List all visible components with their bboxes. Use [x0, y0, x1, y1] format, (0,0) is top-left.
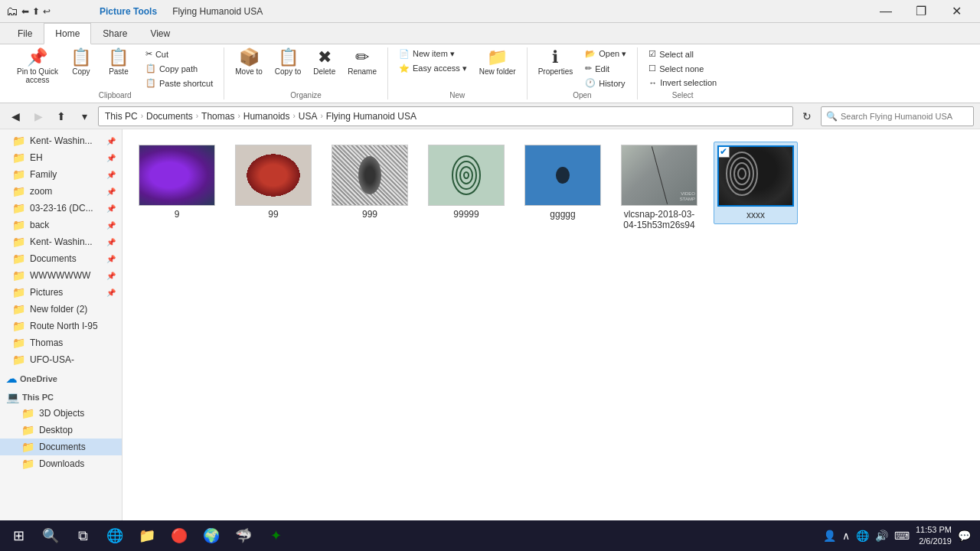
- sidebar-section-label: This PC: [22, 393, 54, 402]
- recent-button[interactable]: ▾: [75, 107, 93, 126]
- sidebar-item-pictures[interactable]: 📁 Pictures 📌: [0, 284, 122, 301]
- ie-button[interactable]: 🌍: [196, 522, 227, 549]
- search-input[interactable]: [841, 112, 969, 121]
- sidebar-item-documents-pin[interactable]: 📁 Documents 📌: [0, 250, 122, 267]
- properties-button[interactable]: ℹ Properties: [534, 47, 578, 77]
- sidebar-item-route[interactable]: 📁 Route North I-95: [0, 318, 122, 334]
- close-button[interactable]: ✕: [939, 0, 974, 23]
- file-thumb-ggggg: [524, 145, 601, 206]
- quick-access-refresh[interactable]: ↩: [43, 6, 51, 17]
- chrome-button[interactable]: 🔴: [164, 522, 194, 549]
- sidebar-onedrive[interactable]: ☁ OneDrive: [0, 368, 122, 386]
- sidebar-item-new-folder-2[interactable]: 📁 New folder (2): [0, 301, 122, 318]
- easy-access-button[interactable]: ⭐ Easy access ▾: [394, 62, 472, 75]
- wireshark-button[interactable]: 🦈: [228, 522, 259, 549]
- file-item-99999[interactable]: 99999: [424, 142, 508, 223]
- people-icon[interactable]: 👤: [823, 530, 836, 542]
- sidebar-item-kent2[interactable]: 📁 Kent- Washin... 📌: [0, 233, 122, 250]
- copy-to-button[interactable]: 📋 Copy to: [270, 47, 305, 77]
- thumb-visual-vlcsnap: VIDEOSTAMP: [622, 145, 697, 205]
- paste-button[interactable]: 📋 Paste: [100, 47, 138, 77]
- tab-share[interactable]: Share: [91, 23, 139, 44]
- notification-icon[interactable]: 💬: [958, 530, 971, 542]
- tab-home[interactable]: Home: [44, 23, 91, 44]
- app5-button[interactable]: ✦: [260, 522, 291, 549]
- rename-button[interactable]: ✏ Rename: [343, 47, 381, 77]
- new-item-button[interactable]: 📄 New item ▾: [394, 47, 472, 60]
- sidebar-item-www[interactable]: 📁 WWWWWWW 📌: [0, 267, 122, 284]
- restore-button[interactable]: ❐: [903, 0, 939, 23]
- sidebar-item-desktop[interactable]: 📁 Desktop: [0, 422, 122, 439]
- file-item-xxxx[interactable]: ✔ xxxx: [714, 142, 798, 224]
- cut-button[interactable]: ✂ Cut: [141, 47, 217, 60]
- explorer-button active[interactable]: 📁: [132, 522, 162, 549]
- svg-point-3: [464, 172, 469, 178]
- sidebar-item-zoom[interactable]: 📁 zoom 📌: [0, 183, 122, 200]
- file-item-9[interactable]: 9: [135, 142, 219, 223]
- volume-icon[interactable]: 🔊: [875, 530, 888, 542]
- delete-button[interactable]: ✖ Delete: [309, 47, 340, 77]
- forward-button[interactable]: ▶: [29, 107, 47, 126]
- select-none-button[interactable]: ☐ Select none: [644, 62, 721, 75]
- thumb-visual-999: [332, 145, 407, 205]
- open-icon: 📂: [585, 49, 596, 59]
- breadcrumb-documents[interactable]: Documents: [146, 111, 193, 122]
- select-all-button[interactable]: ☑ Select all: [644, 47, 721, 60]
- new-folder-label: New folder: [479, 67, 516, 76]
- copy-button[interactable]: 📋 Copy: [66, 47, 96, 77]
- sidebar-item-eh[interactable]: 📁 EH 📌: [0, 149, 122, 166]
- edit-button[interactable]: ✏ Edit: [580, 62, 631, 75]
- searchbar[interactable]: 🔍: [821, 106, 974, 126]
- edge-button[interactable]: 🌐: [100, 522, 130, 549]
- network-icon[interactable]: 🌐: [856, 530, 869, 542]
- file-item-99[interactable]: 99: [231, 142, 315, 223]
- pin-to-quick-button[interactable]: 📌 Pin to Quickaccess: [12, 47, 63, 86]
- tab-file[interactable]: File: [6, 23, 44, 44]
- minimize-button[interactable]: —: [868, 0, 903, 23]
- sidebar-item-ufo[interactable]: 📁 UFO-USA-: [0, 351, 122, 368]
- keyboard-icon[interactable]: ⌨: [894, 530, 910, 542]
- new-item-label: New item ▾: [413, 49, 455, 59]
- file-item-ggggg[interactable]: ggggg: [521, 142, 605, 223]
- breadcrumb-thispc[interactable]: This PC: [105, 111, 138, 122]
- file-thumb-9: [139, 145, 215, 206]
- task-view-button[interactable]: ⧉: [67, 522, 98, 549]
- invert-label: Invert selection: [660, 78, 717, 87]
- sidebar-item-thomas[interactable]: 📁 Thomas: [0, 334, 122, 351]
- new-folder-button[interactable]: 📁 New folder: [475, 47, 521, 77]
- start-button[interactable]: ⊞: [3, 522, 34, 549]
- breadcrumb-thomas[interactable]: Thomas: [201, 111, 234, 122]
- clock[interactable]: 11:53 PM 2/6/2019: [916, 524, 952, 548]
- move-to-button[interactable]: 📦 Move to: [230, 47, 267, 77]
- window-icon: 🗂: [6, 5, 18, 18]
- quick-access-forward[interactable]: ⬆: [32, 6, 40, 17]
- sidebar-item-3d-objects[interactable]: 📁 3D Objects: [0, 405, 122, 422]
- tab-view[interactable]: View: [139, 23, 181, 44]
- file-item-vlcsnap[interactable]: VIDEOSTAMP vlcsnap-2018-03-04-15h53m26s9…: [617, 142, 701, 233]
- paste-shortcut-button[interactable]: 📋 Paste shortcut: [141, 77, 217, 90]
- sidebar-item-kent1[interactable]: 📁 Kent- Washin... 📌: [0, 132, 122, 149]
- sidebar-item-back[interactable]: 📁 back 📌: [0, 217, 122, 233]
- refresh-button[interactable]: ↻: [798, 107, 816, 126]
- new-group: 📄 New item ▾ ⭐ Easy access ▾ 📁 New folde…: [388, 47, 528, 99]
- back-button[interactable]: ◀: [6, 107, 24, 126]
- history-button[interactable]: 🕐 History: [580, 77, 631, 90]
- breadcrumb-humanoids[interactable]: Humanoids: [243, 111, 290, 122]
- addressbar[interactable]: This PC › Documents › Thomas › Humanoids…: [98, 106, 793, 126]
- sidebar-item-0323[interactable]: 📁 03-23-16 (DC... 📌: [0, 200, 122, 217]
- quick-access-back[interactable]: ⬅: [21, 6, 29, 17]
- chevron-up-icon[interactable]: ∧: [842, 530, 850, 542]
- pin-icon: 📌: [106, 255, 116, 263]
- sidebar-thispc[interactable]: 💻 This PC: [0, 386, 122, 405]
- copy-path-button[interactable]: 📋 Copy path: [141, 62, 217, 75]
- invert-selection-button[interactable]: ↔ Invert selection: [644, 77, 721, 89]
- file-item-999[interactable]: 999: [328, 142, 412, 223]
- up-button[interactable]: ⬆: [52, 107, 70, 126]
- sidebar-item-family[interactable]: 📁 Family 📌: [0, 166, 122, 183]
- search-taskbar-button[interactable]: 🔍: [35, 522, 66, 549]
- sidebar-item-downloads[interactable]: 📁 Downloads: [0, 455, 122, 472]
- sidebar-item-documents[interactable]: 📁 Documents: [0, 439, 122, 455]
- breadcrumb-usa[interactable]: USA: [299, 111, 318, 122]
- breadcrumb-current[interactable]: Flying Humanoid USA: [326, 111, 416, 122]
- open-button[interactable]: 📂 Open ▾: [580, 47, 631, 60]
